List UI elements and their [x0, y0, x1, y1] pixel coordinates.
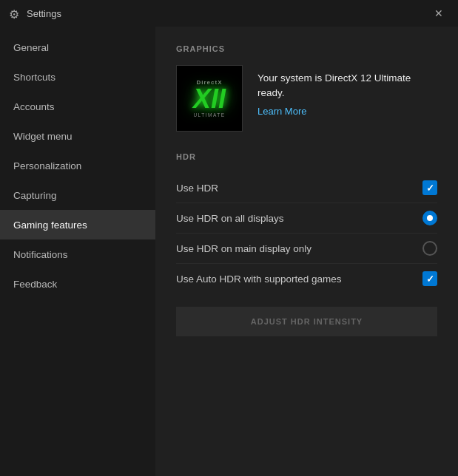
learn-more-link[interactable]: Learn More — [257, 106, 437, 117]
sidebar-item-capturing[interactable]: Capturing — [0, 180, 155, 210]
settings-window: ⚙ Settings ✕ General Shortcuts Accounts … — [0, 0, 458, 476]
hdr-auto-hdr-label: Use Auto HDR with supported games — [176, 273, 342, 285]
sidebar-item-general-label: General — [13, 42, 49, 53]
hdr-option-use-hdr: Use HDR — [176, 173, 437, 203]
titlebar: ⚙ Settings ✕ — [0, 0, 458, 27]
settings-icon: ⚙ — [9, 7, 21, 19]
hdr-use-hdr-label: Use HDR — [176, 183, 218, 194]
directx-logo: DirectX XII ULTIMATE — [176, 65, 243, 132]
graphics-section-title: GRAPHICS — [176, 44, 437, 53]
sidebar-item-accounts-label: Accounts — [13, 101, 55, 112]
sidebar-item-feedback-label: Feedback — [13, 279, 57, 290]
hdr-option-auto-hdr: Use Auto HDR with supported games — [176, 264, 437, 293]
sidebar-item-shortcuts[interactable]: Shortcuts — [0, 62, 155, 92]
sidebar-item-capturing-label: Capturing — [13, 190, 57, 201]
sidebar-item-widget-menu-label: Widget menu — [13, 131, 73, 142]
sidebar-item-gaming-features[interactable]: Gaming features — [0, 210, 155, 239]
content-area: General Shortcuts Accounts Widget menu P… — [0, 27, 458, 476]
window-title: Settings — [27, 8, 428, 19]
main-panel: GRAPHICS DirectX XII ULTIMATE Your syste… — [155, 27, 458, 476]
sidebar-item-shortcuts-label: Shortcuts — [13, 72, 55, 83]
hdr-auto-hdr-checkbox[interactable] — [422, 271, 437, 286]
hdr-main-display-label: Use HDR on main display only — [176, 243, 311, 254]
directx-number: XII — [193, 86, 226, 112]
adjust-hdr-button[interactable]: ADJUST HDR INTENSITY — [176, 307, 437, 336]
close-icon: ✕ — [434, 7, 443, 19]
sidebar-item-personalization-label: Personalization — [13, 160, 81, 171]
sidebar-item-widget-menu[interactable]: Widget menu — [0, 121, 155, 151]
sidebar-item-accounts[interactable]: Accounts — [0, 92, 155, 121]
directx-card: DirectX XII ULTIMATE Your system is Dire… — [176, 65, 437, 132]
sidebar: General Shortcuts Accounts Widget menu P… — [0, 27, 155, 476]
sidebar-item-general[interactable]: General — [0, 33, 155, 62]
sidebar-item-notifications-label: Notifications — [13, 249, 68, 260]
hdr-all-displays-radio[interactable] — [422, 211, 437, 225]
sidebar-item-notifications[interactable]: Notifications — [0, 239, 155, 269]
hdr-use-hdr-checkbox[interactable] — [422, 180, 437, 195]
hdr-section-title: HDR — [176, 152, 437, 161]
hdr-main-display-radio[interactable] — [422, 241, 437, 256]
close-button[interactable]: ✕ — [428, 3, 449, 24]
directx-word-bottom: ULTIMATE — [193, 112, 225, 118]
sidebar-item-feedback[interactable]: Feedback — [0, 269, 155, 299]
sidebar-item-gaming-features-label: Gaming features — [13, 220, 87, 231]
hdr-all-displays-label: Use HDR on all displays — [176, 213, 284, 224]
sidebar-item-personalization[interactable]: Personalization — [0, 151, 155, 180]
directx-info: Your system is DirectX 12 Ultimate ready… — [257, 65, 437, 117]
hdr-option-main-display: Use HDR on main display only — [176, 234, 437, 264]
directx-ready-text: Your system is DirectX 12 Ultimate ready… — [257, 71, 437, 101]
hdr-option-all-displays: Use HDR on all displays — [176, 203, 437, 234]
